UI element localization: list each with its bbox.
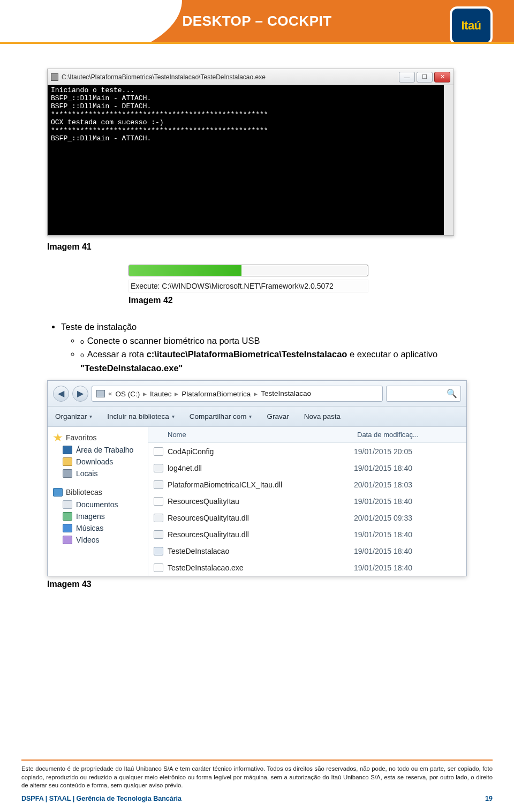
search-icon: 🔍	[447, 388, 457, 399]
file-date: 19/01/2015 18:40	[354, 547, 466, 555]
footer-legal: Este documento é de propriedade do Itaú …	[21, 765, 493, 790]
file-row[interactable]: PlataformaBiometricaICLX_Itau.dll20/01/2…	[148, 476, 466, 493]
header-title: DESKTOP – COCKPIT	[0, 13, 514, 29]
breadcrumb[interactable]: PlataformaBiometrica	[182, 389, 258, 398]
file-row[interactable]: TesteDeInstalacao19/01/2015 18:40	[148, 543, 466, 559]
music-icon	[63, 524, 72, 532]
breadcrumb[interactable]: Itautec	[150, 389, 178, 398]
console-title: C:\Itautec\PlataformaBiometrica\TesteIns…	[62, 73, 399, 81]
toolbar-include[interactable]: Incluir na biblioteca	[107, 412, 175, 420]
file-icon	[154, 447, 163, 456]
file-date: 19/01/2015 18:40	[354, 464, 466, 472]
explorer-toolbar: Organizar Incluir na biblioteca Comparti…	[48, 407, 466, 427]
nav-documents[interactable]: Documentos	[51, 499, 145, 510]
explorer-columns: Nome Data de modificaç...	[148, 427, 466, 443]
page-footer: Este documento é de propriedade do Itaú …	[0, 760, 514, 812]
maximize-button[interactable]: ☐	[417, 72, 433, 82]
nav-images[interactable]: Imagens	[51, 510, 145, 522]
caption-imagem42: Imagem 42	[128, 296, 467, 305]
explorer-window: ◀ ▶ « OS (C:) Itautec PlataformaBiometri…	[47, 380, 467, 576]
nav-downloads[interactable]: Downloads	[51, 456, 145, 468]
explorer-navpane: Favoritos Área de Trabalho Downloads Loc…	[48, 427, 148, 576]
file-row[interactable]: TesteDeInstalacao.exe19/01/2015 18:40	[148, 559, 466, 576]
file-name: ResourcesQualityItau	[168, 497, 354, 506]
footer-rule	[21, 760, 493, 761]
file-name: TesteDeInstalacao.exe	[168, 563, 354, 572]
explorer-addressbar-row: ◀ ▶ « OS (C:) Itautec PlataformaBiometri…	[48, 381, 466, 407]
file-name: PlataformaBiometricaICLX_Itau.dll	[168, 480, 354, 489]
minimize-button[interactable]: —	[399, 72, 415, 82]
caption-imagem43: Imagem 43	[47, 580, 467, 589]
video-icon	[63, 536, 72, 544]
file-row[interactable]: ResourcesQualityItau.dll19/01/2015 18:40	[148, 526, 466, 543]
explorer-filepane: Nome Data de modificaç... CodApiConfig19…	[148, 427, 466, 576]
bullet-teste: Teste de instalação oConecte o scanner b…	[61, 320, 467, 375]
toolbar-share[interactable]: Compartilhar com	[190, 412, 252, 420]
nav-desktop[interactable]: Área de Trabalho	[51, 444, 145, 456]
console-window: C:\Itautec\PlataformaBiometrica\TesteIns…	[47, 69, 454, 236]
toolbar-newfolder[interactable]: Nova pasta	[304, 412, 341, 420]
address-bar[interactable]: « OS (C:) Itautec PlataformaBiometrica T…	[92, 386, 383, 402]
file-name: TesteDeInstalacao	[168, 547, 354, 555]
nav-videos[interactable]: Vídeos	[51, 534, 145, 546]
console-titlebar: C:\Itautec\PlataformaBiometrica\TesteIns…	[48, 69, 453, 85]
nav-music[interactable]: Músicas	[51, 522, 145, 534]
file-row[interactable]: log4net.dll19/01/2015 18:40	[148, 460, 466, 476]
subbullet-connect: oConecte o scanner biométrico na porta U…	[80, 334, 467, 348]
nav-back-button[interactable]: ◀	[53, 386, 69, 402]
file-icon	[154, 497, 163, 506]
header-underline	[0, 42, 514, 44]
file-icon	[154, 563, 163, 572]
desktop-icon	[63, 446, 72, 454]
file-row[interactable]: CodApiConfig19/01/2015 20:05	[148, 443, 466, 460]
nav-forward-button[interactable]: ▶	[72, 386, 88, 402]
console-body: Iniciando o teste... BSFP_::DllMain - AT…	[48, 85, 453, 235]
toolbar-burn[interactable]: Gravar	[267, 412, 289, 420]
file-name: ResourcesQualityItau.dll	[168, 530, 354, 539]
close-button[interactable]: ✕	[434, 72, 450, 82]
caption-imagem41: Imagem 41	[47, 242, 467, 252]
file-icon	[154, 480, 163, 489]
console-app-icon	[51, 73, 58, 81]
file-name: CodApiConfig	[168, 447, 354, 456]
file-icon	[154, 514, 163, 522]
nav-favorites[interactable]: Favoritos	[51, 431, 145, 444]
search-box[interactable]: 🔍	[386, 386, 461, 402]
file-icon	[154, 464, 163, 472]
page-header: DESKTOP – COCKPIT Itaú	[0, 0, 514, 42]
column-date[interactable]: Data de modificaç...	[354, 431, 466, 439]
file-row[interactable]: ResourcesQualityItau.dll20/01/2015 09:33	[148, 509, 466, 526]
nav-libraries[interactable]: Bibliotecas	[51, 486, 145, 499]
file-date: 19/01/2015 18:40	[354, 530, 466, 539]
file-date: 20/01/2015 18:03	[354, 480, 466, 489]
breadcrumb[interactable]: OS (C:)	[116, 389, 147, 398]
itau-logo: Itaú	[450, 6, 493, 45]
file-row[interactable]: ResourcesQualityItau19/01/2015 18:40	[148, 493, 466, 509]
column-name[interactable]: Nome	[148, 431, 354, 439]
documents-icon	[63, 500, 72, 509]
file-icon	[154, 530, 163, 539]
file-date: 19/01/2015 20:05	[354, 447, 466, 456]
footer-page: 19	[485, 795, 493, 802]
nav-locais[interactable]: Locais	[51, 468, 145, 479]
progress-text: Execute: C:\WINDOWS\Microsoft.NET\Framew…	[128, 280, 368, 292]
places-icon	[63, 469, 72, 478]
file-date: 20/01/2015 09:33	[354, 514, 466, 522]
progress-bar	[128, 265, 368, 276]
file-date: 19/01/2015 18:40	[354, 563, 466, 572]
breadcrumb[interactable]: TesteInstalacao	[261, 389, 312, 397]
file-date: 19/01/2015 18:40	[354, 497, 466, 506]
file-name: log4net.dll	[168, 464, 354, 472]
star-icon	[53, 433, 63, 442]
library-icon	[53, 488, 63, 497]
images-icon	[63, 512, 72, 521]
downloads-icon	[63, 457, 72, 466]
subbullet-access: oAcessar a rota c:\itautec\PlataformaBio…	[80, 348, 467, 375]
footer-left: DSPFA | STAAL | Gerência de Tecnologia B…	[21, 795, 182, 802]
instructions-block: Teste de instalação oConecte o scanner b…	[47, 320, 467, 375]
file-name: ResourcesQualityItau.dll	[168, 514, 354, 522]
progress-fill	[129, 265, 241, 276]
drive-icon	[96, 390, 105, 397]
toolbar-organize[interactable]: Organizar	[55, 412, 92, 420]
progress-panel: Execute: C:\WINDOWS\Microsoft.NET\Framew…	[128, 265, 368, 292]
